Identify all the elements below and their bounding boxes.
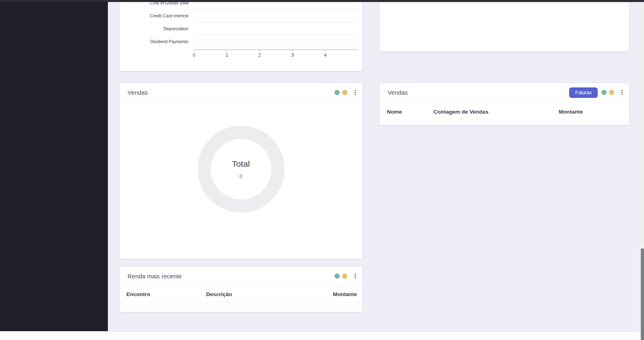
bar-track xyxy=(194,9,358,22)
card-header-actions xyxy=(334,89,357,96)
dashboard-page: Cost of Goods Sold Credit Card Interest … xyxy=(0,0,644,340)
card-header: Renda mais recente xyxy=(120,267,362,286)
scrollbar-thumb[interactable] xyxy=(641,249,644,340)
sales-donut-card: Vendas Total 0 xyxy=(120,83,362,259)
column-header-amount: Montante xyxy=(333,291,357,297)
column-header-amount: Montante xyxy=(559,109,583,115)
table-header-row: Encontro Descrição Montante xyxy=(120,286,362,303)
expenses-chart-card: Cost of Goods Sold Credit Card Interest … xyxy=(120,0,362,71)
yellow-legend-dot-icon xyxy=(342,274,347,279)
teal-legend-dot-icon xyxy=(334,90,340,95)
card-header: Vendas Faturas xyxy=(380,83,629,102)
tick-mark xyxy=(292,50,293,51)
card-header-actions xyxy=(334,273,357,280)
teal-legend-dot-icon xyxy=(334,274,340,279)
tick-label: 4 xyxy=(324,52,327,58)
horizontal-bar-chart: Cost of Goods Sold Credit Card Interest … xyxy=(128,0,358,59)
tick-mark xyxy=(325,50,326,51)
widget-menu-icon[interactable] xyxy=(621,89,623,96)
donut-chart: Total 0 xyxy=(198,126,285,213)
donut-total-label: Total xyxy=(232,159,250,169)
yellow-legend-dot-icon xyxy=(342,90,347,95)
chart-row: Depreciation xyxy=(128,22,358,35)
x-axis-tick: 3 xyxy=(291,50,294,58)
category-label: Credit Card Interest xyxy=(128,13,194,18)
widget-menu-icon[interactable] xyxy=(354,89,357,96)
table-header-row: Nome Contagem de Vendas Montante xyxy=(380,102,629,122)
window-top-edge xyxy=(0,0,644,2)
column-header-description: Descrição xyxy=(206,291,232,297)
invoices-button[interactable]: Faturas xyxy=(569,87,598,98)
tick-mark xyxy=(260,50,260,51)
x-axis-tick: 1 xyxy=(225,50,228,58)
card-title: Vendas xyxy=(128,89,148,96)
x-axis-tick: 2 xyxy=(258,50,261,58)
chart-row: Dividend Payments xyxy=(128,35,358,48)
widget-menu-icon[interactable] xyxy=(354,273,357,280)
tick-mark xyxy=(227,50,227,51)
x-axis-tick: 4 xyxy=(324,50,327,58)
donut-center-text: Total 0 xyxy=(198,126,285,213)
card-title: Vendas xyxy=(388,89,408,96)
category-label: Depreciation xyxy=(128,26,194,31)
page-bottom-gap xyxy=(0,331,644,340)
bar-track xyxy=(194,35,358,48)
category-label: Dividend Payments xyxy=(128,39,194,44)
sales-table-card: Vendas Faturas Nome Contagem de Vendas M… xyxy=(380,83,629,125)
chart-row: Credit Card Interest xyxy=(128,9,358,22)
card-title: Renda mais recente xyxy=(128,273,182,280)
tick-mark xyxy=(194,50,194,51)
tick-label: 0 xyxy=(193,52,196,58)
recent-income-card: Renda mais recente Encontro Descrição Mo… xyxy=(120,267,362,312)
tick-label: 3 xyxy=(291,52,294,58)
card-header: Vendas xyxy=(120,83,362,102)
teal-legend-dot-icon xyxy=(601,90,607,95)
tick-label: 2 xyxy=(258,52,261,58)
sidebar xyxy=(0,0,108,331)
bar-track xyxy=(194,22,358,35)
column-header-date: Encontro xyxy=(126,291,150,297)
yellow-legend-dot-icon xyxy=(609,90,614,95)
x-axis-row: 0 1 2 3 4 xyxy=(128,50,358,59)
x-axis: 0 1 2 3 4 xyxy=(194,50,358,59)
tick-label: 1 xyxy=(225,52,228,58)
x-axis-tick: 0 xyxy=(193,50,196,58)
donut-total-value: 0 xyxy=(239,173,242,179)
column-header-sales-count: Contagem de Vendas xyxy=(433,109,489,115)
card-header-actions: Faturas xyxy=(569,87,623,98)
empty-widget-card xyxy=(380,2,629,52)
column-header-name: Nome xyxy=(387,109,402,115)
